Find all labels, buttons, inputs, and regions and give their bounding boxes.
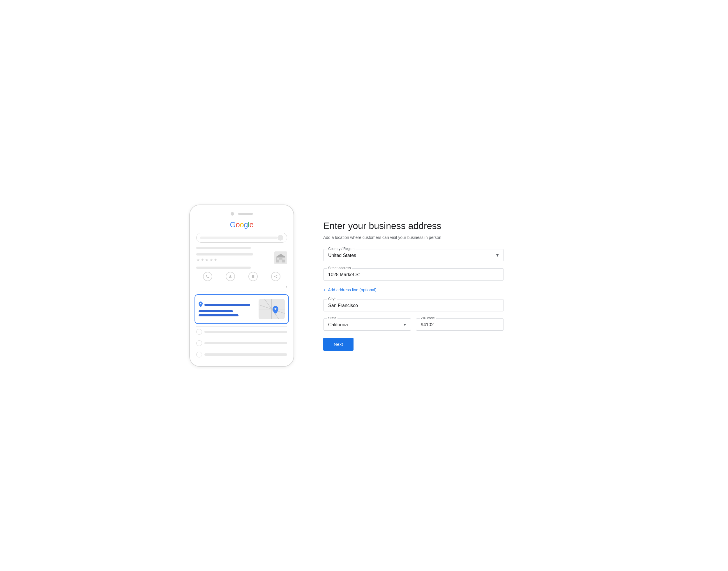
street-field-group: Street address bbox=[323, 268, 504, 280]
page-subtitle: Add a location where customers can visit… bbox=[323, 235, 504, 240]
add-address-label: Add address line (optional) bbox=[328, 288, 377, 292]
street-input[interactable] bbox=[328, 272, 499, 277]
form-side: Enter your business address Add a locati… bbox=[323, 220, 504, 350]
zip-field-group: ZIP code bbox=[416, 318, 504, 331]
country-field-group: Country / Region United States ▼ United … bbox=[323, 249, 504, 261]
zip-field[interactable]: ZIP code bbox=[416, 318, 504, 331]
gray-line-3 bbox=[196, 266, 251, 269]
zip-label: ZIP code bbox=[420, 316, 436, 320]
street-label: Street address bbox=[327, 266, 352, 270]
bottom-row-2 bbox=[196, 340, 287, 346]
phone-top bbox=[194, 212, 289, 216]
card-line-2 bbox=[198, 310, 233, 312]
phone-divider-1 bbox=[196, 292, 287, 292]
city-label: City* bbox=[327, 297, 337, 301]
gray-line-2 bbox=[196, 253, 253, 255]
highlighted-card bbox=[194, 294, 289, 324]
bottom-row-1 bbox=[196, 329, 287, 335]
card-pin-icon bbox=[198, 302, 203, 308]
state-zip-row: State California ▼ California ZIP code bbox=[323, 318, 504, 331]
page-container: Google ★★★★★ bbox=[189, 205, 539, 367]
map-pin-icon bbox=[273, 306, 278, 315]
search-icon bbox=[278, 235, 283, 241]
phone-search-bar bbox=[196, 233, 287, 243]
phone-illustration: Google ★★★★★ bbox=[189, 205, 300, 367]
stars-row: ★★★★★ bbox=[196, 251, 287, 264]
store-icon bbox=[274, 251, 287, 264]
arrow-right: › bbox=[196, 284, 287, 289]
google-logo: Google bbox=[196, 220, 287, 229]
bottom-icon-1 bbox=[196, 329, 202, 335]
card-line-3 bbox=[198, 314, 239, 316]
state-field[interactable]: State California ▼ California bbox=[323, 318, 411, 331]
phone-divider-3 bbox=[196, 338, 287, 338]
phone-camera bbox=[231, 212, 234, 216]
bottom-line-3 bbox=[204, 353, 287, 356]
svg-rect-2 bbox=[279, 259, 282, 262]
country-field[interactable]: Country / Region United States ▼ United … bbox=[323, 249, 504, 261]
state-field-group: State California ▼ California bbox=[323, 318, 411, 331]
stars-display: ★★★★★ bbox=[196, 257, 218, 262]
search-bar-fill bbox=[200, 237, 278, 239]
svg-rect-4 bbox=[282, 258, 285, 259]
phone-divider-2 bbox=[196, 326, 287, 327]
page-title: Enter your business address bbox=[323, 220, 504, 231]
phone-divider-4 bbox=[196, 349, 287, 349]
phone-content: Google ★★★★★ bbox=[194, 220, 289, 357]
next-button[interactable]: Next bbox=[323, 338, 353, 351]
share-icon bbox=[271, 272, 280, 281]
zip-input[interactable] bbox=[421, 322, 499, 327]
street-field[interactable]: Street address bbox=[323, 268, 504, 280]
add-address-plus: + bbox=[323, 288, 325, 292]
city-input[interactable] bbox=[328, 303, 499, 308]
card-line-1 bbox=[204, 304, 250, 306]
phone-icon bbox=[203, 272, 212, 281]
city-field[interactable]: City* bbox=[323, 299, 504, 312]
phone-speaker bbox=[238, 213, 253, 215]
card-content-left bbox=[198, 302, 256, 316]
city-field-group: City* bbox=[323, 299, 504, 312]
svg-marker-1 bbox=[276, 254, 286, 257]
card-map bbox=[259, 299, 285, 319]
bookmark-icon bbox=[248, 272, 258, 281]
gray-line-1 bbox=[196, 247, 251, 249]
phone-bottom bbox=[196, 326, 287, 357]
svg-rect-3 bbox=[277, 258, 279, 259]
bottom-line-2 bbox=[204, 342, 287, 344]
directions-icon bbox=[226, 272, 235, 281]
phone-body: Google ★★★★★ bbox=[189, 205, 294, 367]
bottom-icon-3 bbox=[196, 352, 202, 357]
bottom-line-1 bbox=[204, 331, 287, 333]
icon-row bbox=[196, 272, 287, 281]
add-address-button[interactable]: + Add address line (optional) bbox=[323, 288, 377, 292]
bottom-icon-2 bbox=[196, 340, 202, 346]
bottom-row-3 bbox=[196, 352, 287, 357]
